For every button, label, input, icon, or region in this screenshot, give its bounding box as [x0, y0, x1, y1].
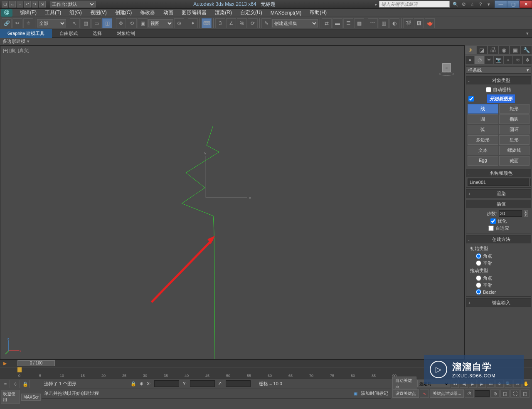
select-link-icon[interactable]: 🔗 [2, 18, 12, 28]
graphite-icon[interactable]: ▦ [354, 18, 364, 28]
unlink-icon[interactable]: ✂ [12, 18, 22, 28]
render-icon[interactable]: 🫖 [425, 18, 435, 28]
cameras-icon[interactable]: 📷 [494, 55, 503, 64]
menu-maxscript[interactable]: MAXScript(M) [266, 9, 306, 17]
z-coord-input[interactable] [226, 380, 251, 387]
redo-icon[interactable]: ↷ [32, 1, 38, 7]
systems-icon[interactable]: ✻ [522, 55, 532, 64]
spacewarps-icon[interactable]: ≋ [513, 55, 522, 64]
spin-up-icon[interactable]: ▲ [524, 210, 528, 213]
circle-button[interactable]: 圆 [468, 114, 498, 124]
ribbon-tab-freeform[interactable]: 自由形式 [52, 29, 85, 38]
menu-rendering[interactable]: 渲染(R) [211, 8, 236, 17]
ribbon-tab-selection[interactable]: 选择 [85, 29, 109, 38]
keyboard-entry-header[interactable]: +键盘输入 [466, 299, 531, 307]
render-setup-icon[interactable]: 🎬 [403, 18, 413, 28]
hierarchy-tab-icon[interactable]: 品 [488, 45, 499, 55]
menu-tools[interactable]: 工具(T) [41, 8, 65, 17]
add-time-tag-label[interactable]: 添加时间标记 [361, 390, 388, 397]
rotate-icon[interactable]: ⟲ [127, 18, 137, 28]
menu-edit[interactable]: 编辑(E) [16, 8, 41, 17]
create-tab-icon[interactable]: ✳ [465, 45, 476, 55]
pivot-icon[interactable]: ⊙ [174, 18, 184, 28]
menu-animation[interactable]: 动画 [159, 8, 177, 17]
layer-icon[interactable]: ☰ [343, 18, 353, 28]
line-button[interactable]: 线 [468, 104, 498, 114]
percent-snap-icon[interactable]: % [237, 18, 247, 28]
close-button[interactable]: ✕ [520, 0, 532, 8]
drag-smooth-radio[interactable]: 平滑 [468, 282, 530, 289]
render-header[interactable]: +渲染 [466, 190, 531, 198]
object-name-input[interactable] [468, 178, 529, 186]
help-icon[interactable]: ? [477, 1, 484, 7]
shape-category-dropdown[interactable]: 样条线 ▾ [466, 66, 531, 74]
zoom-region-icon[interactable]: ◰ [520, 389, 530, 398]
workspace-dropdown[interactable]: 工作台: 默认 [50, 1, 96, 7]
select-object-icon[interactable]: ↖ [70, 18, 80, 28]
star-button[interactable]: 星形 [499, 135, 530, 145]
egg-button[interactable]: Egg [468, 156, 498, 166]
spin-down-icon[interactable]: ▼ [524, 213, 528, 217]
helix-button[interactable]: 螺旋线 [499, 146, 530, 155]
move-icon[interactable]: ✥ [116, 18, 126, 28]
menu-modifiers[interactable]: 修改器 [136, 8, 159, 17]
ribbon-tab-paint[interactable]: 对象绘制 [109, 29, 143, 38]
angle-snap-icon[interactable]: ∠ [226, 18, 236, 28]
material-editor-icon[interactable]: ◐ [389, 18, 399, 28]
creation-method-header[interactable]: -创建方法 [466, 235, 531, 243]
edit-named-icon[interactable]: ✎ [261, 18, 271, 28]
time-config-icon[interactable]: ⏱ [465, 389, 474, 398]
adaptive-checkbox[interactable]: 自适应 [468, 225, 530, 232]
welcome-tab[interactable]: 欢迎使用 [1, 390, 20, 404]
minimize-button[interactable]: — [495, 0, 507, 8]
time-slider-thumb[interactable]: 0 / 100 [17, 360, 55, 366]
lights-icon[interactable]: ☀ [484, 55, 494, 64]
ref-coord-dropdown[interactable]: 视图 [148, 19, 173, 27]
geometry-icon[interactable]: ● [465, 55, 475, 64]
name-color-header[interactable]: -名称和颜色 [466, 169, 531, 177]
ribbon-sub-chevron-icon[interactable]: ▾ [27, 39, 30, 44]
menu-grapheditors[interactable]: 图形编辑器 [177, 8, 211, 17]
menu-help[interactable]: 帮助(H) [305, 8, 331, 17]
utilities-tab-icon[interactable]: 🔧 [521, 45, 532, 55]
timeline-play-icon[interactable]: ▶ [0, 361, 10, 366]
info-center-arrow[interactable]: ▸ [373, 2, 379, 7]
interpolation-header[interactable]: -插值 [466, 200, 531, 208]
ngon-button[interactable]: 多边形 [468, 135, 498, 145]
x-coord-input[interactable] [154, 380, 179, 387]
viewport[interactable]: [+] [前] [真实] 前 x y x z [0, 45, 465, 359]
window-crossing-icon[interactable]: ◫ [102, 18, 112, 28]
align-icon[interactable]: ▬ [332, 18, 342, 28]
shapes-icon[interactable]: ◔ [475, 55, 484, 64]
auto-key-button[interactable]: 自动关键点 [392, 377, 416, 391]
rectangle-button[interactable]: 矩形 [499, 104, 530, 114]
menu-group[interactable]: 组(G) [65, 8, 86, 17]
optimize-checkbox[interactable]: 优化 [468, 218, 530, 225]
coord-toggle-icon[interactable]: ⊕ [140, 381, 143, 387]
text-button[interactable]: 文本 [468, 146, 498, 155]
save-icon[interactable]: ▫ [17, 1, 23, 7]
object-color-swatch[interactable] [530, 178, 531, 186]
start-new-checkbox[interactable] [468, 96, 474, 102]
menu-create[interactable]: 创建(C) [111, 8, 136, 17]
isolate-icon[interactable]: ◊ [11, 380, 20, 388]
curve-editor-icon[interactable]: 〰 [368, 18, 378, 28]
current-frame-input[interactable] [475, 390, 490, 397]
snap-3d-icon[interactable]: 3 [215, 18, 225, 28]
start-new-shape-button[interactable]: 开始新图形 [487, 94, 515, 103]
ribbon-dropdown-icon[interactable]: ▾ [523, 31, 532, 36]
section-button[interactable]: 截面 [499, 156, 530, 166]
keyboard-shortcut-icon[interactable]: ⌨ [202, 18, 212, 28]
time-tag-icon[interactable]: ▣ [353, 391, 357, 396]
bind-icon[interactable]: ⚛ [23, 18, 33, 28]
drag-corner-radio[interactable]: 角点 [468, 275, 530, 282]
render-frame-icon[interactable]: 🖼 [414, 18, 424, 28]
select-region-rect-icon[interactable]: ▭ [91, 18, 101, 28]
select-manipulate-icon[interactable]: ✦ [188, 18, 198, 28]
menu-customize[interactable]: 自定义(U) [236, 8, 266, 17]
selection-filter-dropdown[interactable]: 全部 [37, 19, 66, 27]
motion-tab-icon[interactable]: ◉ [498, 45, 510, 55]
key-filters-icon[interactable]: ∿ [420, 389, 429, 398]
steps-spinner[interactable] [499, 210, 522, 217]
orbit-icon[interactable]: ⊕ [490, 389, 500, 398]
